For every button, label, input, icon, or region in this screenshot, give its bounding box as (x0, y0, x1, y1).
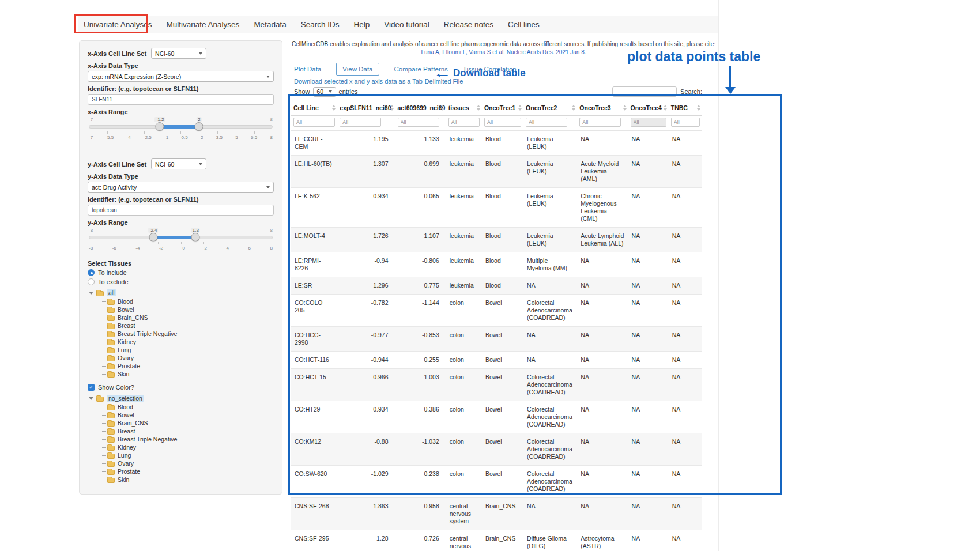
tree-item[interactable]: Breast Triple Negative (97, 330, 274, 338)
tab-compare-patterns[interactable]: Compare Patterns (394, 63, 448, 75)
sort-icon[interactable] (477, 105, 480, 111)
nav-item[interactable]: Multivariate Analyses (167, 20, 240, 29)
table-row[interactable]: CO:COLO 205 -0.782 -1.144 colon Bowel Co… (291, 295, 702, 327)
tree-item[interactable]: Blood (97, 297, 274, 305)
tab-view-data[interactable]: View Data (336, 63, 379, 76)
citation-link[interactable]: Luna A, Elloumi F, Varma S et al. Nuclei… (288, 48, 719, 56)
column-filter-input[interactable] (340, 118, 381, 127)
sort-icon[interactable] (572, 105, 575, 111)
table-row[interactable]: CO:HCT-15 -0.966 -1.003 colon Bowel Colo… (291, 369, 702, 401)
sort-icon[interactable] (697, 105, 700, 111)
table-row[interactable]: LE:SR 1.296 0.775 leukemia Blood NA NA N… (291, 277, 702, 295)
tree-item[interactable]: Lung (97, 346, 274, 354)
search-input[interactable] (612, 86, 677, 97)
column-filter-input[interactable] (631, 118, 666, 127)
column-header[interactable]: OncoTree4 (628, 100, 669, 116)
column-header[interactable]: act609699_nci60 (395, 100, 446, 116)
to-exclude-option[interactable]: To exclude (88, 278, 274, 285)
sort-icon[interactable] (518, 105, 522, 111)
tree-item[interactable]: Breast Triple Negative (97, 435, 274, 443)
nav-item[interactable]: Cell lines (508, 20, 540, 29)
table-row[interactable]: CNS:SF-295 1.28 0.726 central nervous sy… (291, 530, 702, 551)
column-header[interactable]: tissues (446, 100, 482, 116)
tree-collapse-icon[interactable] (89, 397, 93, 400)
entries-select[interactable]: 60 (313, 87, 336, 97)
column-header[interactable]: OncoTree2 (523, 100, 577, 116)
y-cell-line-set-select[interactable]: NCI-60 (151, 158, 206, 169)
x-range-slider[interactable]: -7 8 -1.2 2 -7-5.5-4-2.5-10.523.556.58 (89, 117, 273, 141)
column-filter-input[interactable] (579, 118, 621, 127)
x-identifier-input[interactable] (88, 94, 274, 105)
radio-checked-icon[interactable] (88, 269, 95, 276)
tab-tissue-correlation[interactable]: Tissue Correlation (463, 63, 517, 75)
nav-item[interactable]: Video tutorial (384, 20, 429, 29)
column-header[interactable]: TNBC (669, 100, 702, 116)
column-filter-input[interactable] (293, 118, 335, 127)
tree-item[interactable]: Ovary (97, 354, 274, 362)
nav-item[interactable]: Search IDs (301, 20, 340, 29)
y-slider-handle-high[interactable] (191, 233, 200, 241)
tree-collapse-icon[interactable] (89, 292, 93, 295)
table-row[interactable]: CO:HCT-116 -0.944 0.255 colon Bowel NA N… (291, 352, 702, 369)
column-filter-input[interactable] (484, 118, 521, 127)
table-row[interactable]: CO:HCC-2998 -0.977 -0.853 colon Bowel NA… (291, 327, 702, 352)
tree-item[interactable]: Breast (97, 322, 274, 330)
tree-item[interactable]: Ovary (97, 459, 274, 467)
table-row[interactable]: CO:HT29 -0.934 -0.386 colon Bowel Colore… (291, 401, 702, 433)
column-filter-input[interactable] (671, 118, 700, 127)
table-row[interactable]: CO:KM12 -0.88 -1.032 colon Bowel Colorec… (291, 433, 702, 466)
show-color-option[interactable]: ✓ Show Color? (88, 384, 274, 391)
table-row[interactable]: LE:RPMI-8226 -0.94 -0.806 leukemia Blood… (291, 252, 702, 277)
x-cell-line-set-select[interactable]: NCI-60 (151, 48, 206, 59)
tree-item[interactable]: Brain_CNS (97, 314, 274, 322)
table-row[interactable]: LE:CCRF-CEM 1.195 1.133 leukemia Blood L… (291, 131, 702, 156)
nav-item[interactable]: Release notes (444, 20, 493, 29)
table-row[interactable]: LE:K-562 -0.934 0.065 leukemia Blood Leu… (291, 188, 702, 228)
tree-item[interactable]: Blood (97, 403, 274, 411)
tree-item[interactable]: Lung (97, 451, 274, 459)
tree-item[interactable]: Kidney (97, 338, 274, 346)
y-slider-handle-low[interactable] (149, 233, 157, 241)
y-range-slider[interactable]: -8 8 -2.4 1.3 -8-6-4-202468 (89, 228, 273, 252)
checkbox-checked-icon[interactable]: ✓ (88, 384, 95, 391)
tree-item[interactable]: Skin (97, 475, 274, 484)
nav-item[interactable]: Univariate Analyses (84, 20, 152, 29)
radio-unchecked-icon[interactable] (88, 278, 95, 285)
column-header[interactable]: OncoTree3 (577, 100, 628, 116)
sort-icon[interactable] (390, 105, 394, 111)
tree-root-no-selection[interactable]: no_selection (89, 394, 274, 403)
x-data-type-select[interactable]: exp: mRNA Expression (Z-Score) (88, 71, 274, 82)
download-link[interactable]: Download selected x and y axis data as a… (294, 78, 719, 85)
table-row[interactable]: LE:MOLT-4 1.726 1.107 leukemia Blood Leu… (291, 228, 702, 252)
column-filter-input[interactable] (398, 118, 439, 127)
tree-item[interactable]: Breast (97, 427, 274, 435)
table-row[interactable]: LE:HL-60(TB) 1.307 0.699 leukemia Blood … (291, 156, 702, 188)
x-slider-handle-high[interactable] (195, 122, 203, 131)
tree-item[interactable]: Skin (97, 370, 274, 378)
tab-plot-data[interactable]: Plot Data (294, 63, 321, 75)
tree-item[interactable]: Kidney (97, 443, 274, 451)
nav-item[interactable]: Help (353, 20, 370, 29)
y-data-type-select[interactable]: act: Drug Activity (88, 182, 274, 193)
table-row[interactable]: CO:SW-620 -1.029 0.238 colon Bowel Color… (291, 466, 702, 498)
tree-root-all[interactable]: all (89, 288, 274, 297)
tree-item[interactable]: Prostate (97, 467, 274, 475)
sort-icon[interactable] (441, 105, 444, 111)
column-filter-input[interactable] (526, 118, 567, 127)
y-identifier-input[interactable] (88, 205, 274, 216)
column-filter-input[interactable] (448, 118, 480, 127)
sort-icon[interactable] (332, 105, 336, 111)
tree-item[interactable]: Bowel (97, 305, 274, 314)
sort-icon[interactable] (664, 105, 667, 111)
column-header[interactable]: OncoTree1 (482, 100, 523, 116)
column-header[interactable]: Cell Line (291, 100, 337, 116)
table-row[interactable]: CNS:SF-268 1.863 0.958 central nervous s… (291, 498, 702, 530)
x-slider-handle-low[interactable] (156, 122, 164, 131)
tree-item[interactable]: Bowel (97, 411, 274, 419)
nav-item[interactable]: Metadata (254, 20, 286, 29)
tree-item[interactable]: Brain_CNS (97, 419, 274, 427)
column-header[interactable]: expSLFN11_nci60 (337, 100, 395, 116)
to-include-option[interactable]: To include (88, 269, 274, 276)
sort-icon[interactable] (623, 105, 627, 111)
tree-item[interactable]: Prostate (97, 362, 274, 370)
